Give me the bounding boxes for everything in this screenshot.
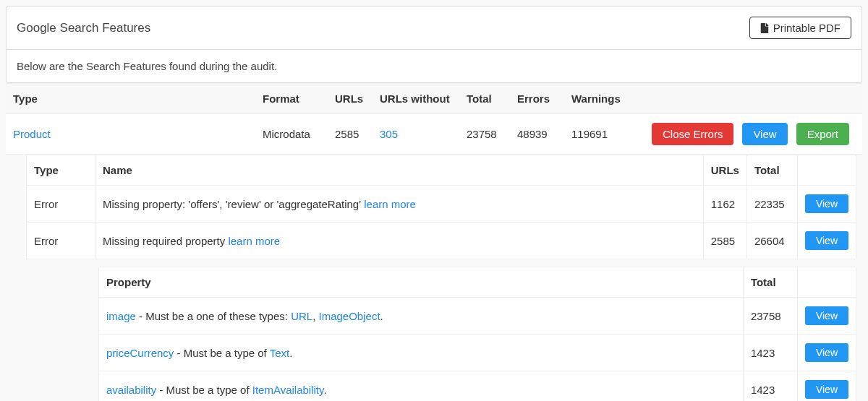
col-type: Type bbox=[6, 84, 255, 114]
close-errors-button[interactable]: Close Errors bbox=[652, 123, 733, 145]
audit-subtext: Below are the Search Features found duri… bbox=[7, 50, 861, 82]
view-button[interactable]: View bbox=[805, 380, 848, 399]
property-link[interactable]: image bbox=[106, 310, 136, 322]
view-button[interactable]: View bbox=[805, 194, 848, 213]
view-button[interactable]: View bbox=[742, 123, 787, 145]
property-desc: image - Must be a one of these types: UR… bbox=[99, 298, 744, 335]
learn-more-link[interactable]: learn more bbox=[364, 198, 416, 210]
total-value: 23758 bbox=[459, 114, 510, 155]
col-urls-without: URLs without bbox=[373, 84, 459, 114]
col-format: Format bbox=[255, 84, 328, 114]
error-name: Missing required property learn more bbox=[95, 223, 704, 259]
view-button[interactable]: View bbox=[805, 306, 848, 325]
col-urls: URLs bbox=[328, 84, 373, 114]
col-errors: Errors bbox=[510, 84, 564, 114]
err-col-name: Name bbox=[95, 155, 704, 186]
col-total: Total bbox=[459, 84, 510, 114]
main-table: Type Format URLs URLs without Total Erro… bbox=[6, 83, 862, 155]
properties-table: Property Total image - Must be a one of … bbox=[98, 267, 856, 401]
view-button[interactable]: View bbox=[805, 343, 848, 362]
err-col-type: Type bbox=[27, 155, 95, 186]
property-desc: priceCurrency - Must be a type of Text. bbox=[99, 335, 744, 371]
type-link[interactable]: URL bbox=[291, 310, 312, 322]
table-row: Product Microdata 2585 305 23758 48939 1… bbox=[6, 114, 862, 155]
error-total: 22335 bbox=[746, 186, 797, 223]
type-link[interactable]: Text bbox=[270, 347, 290, 359]
err-col-urls: URLs bbox=[703, 155, 746, 186]
error-urls: 2585 bbox=[703, 223, 746, 259]
property-link[interactable]: priceCurrency bbox=[106, 347, 174, 359]
property-total: 1423 bbox=[743, 335, 797, 371]
table-row: availability - Must be a type of ItemAva… bbox=[99, 371, 856, 402]
export-button[interactable]: Export bbox=[796, 123, 849, 145]
page-title: Google Search Features bbox=[17, 21, 150, 35]
err-col-total: Total bbox=[746, 155, 797, 186]
property-total: 23758 bbox=[743, 298, 797, 335]
type-link[interactable]: ImageObject bbox=[319, 310, 380, 322]
urls-without-link[interactable]: 305 bbox=[380, 128, 398, 140]
printable-pdf-button[interactable]: Printable PDF bbox=[749, 17, 851, 39]
table-row: Error Missing property: 'offers', 'revie… bbox=[27, 186, 856, 223]
table-row: priceCurrency - Must be a type of Text. … bbox=[99, 335, 856, 371]
table-row: image - Must be a one of these types: UR… bbox=[99, 298, 856, 335]
urls-value: 2585 bbox=[328, 114, 373, 155]
format-value: Microdata bbox=[255, 114, 328, 155]
errors-table: Type Name URLs Total Error Missing prope… bbox=[26, 155, 856, 259]
errors-value: 48939 bbox=[510, 114, 564, 155]
prop-col-property: Property bbox=[99, 267, 744, 298]
col-warnings: Warnings bbox=[564, 84, 629, 114]
table-row: Error Missing required property learn mo… bbox=[27, 223, 856, 259]
learn-more-link[interactable]: learn more bbox=[228, 235, 280, 247]
warnings-value: 119691 bbox=[564, 114, 629, 155]
type-link[interactable]: ItemAvailability bbox=[252, 384, 324, 396]
file-icon bbox=[760, 23, 769, 33]
property-total: 1423 bbox=[743, 371, 797, 402]
printable-pdf-label: Printable PDF bbox=[773, 22, 841, 34]
prop-col-total: Total bbox=[743, 267, 797, 298]
error-type: Error bbox=[27, 223, 95, 259]
error-urls: 1162 bbox=[703, 186, 746, 223]
error-name: Missing property: 'offers', 'review' or … bbox=[95, 186, 704, 223]
error-type: Error bbox=[27, 186, 95, 223]
property-link[interactable]: availability bbox=[106, 384, 156, 396]
error-total: 26604 bbox=[746, 223, 797, 259]
view-button[interactable]: View bbox=[805, 231, 848, 250]
product-link[interactable]: Product bbox=[13, 128, 51, 140]
property-desc: availability - Must be a type of ItemAva… bbox=[99, 371, 744, 402]
